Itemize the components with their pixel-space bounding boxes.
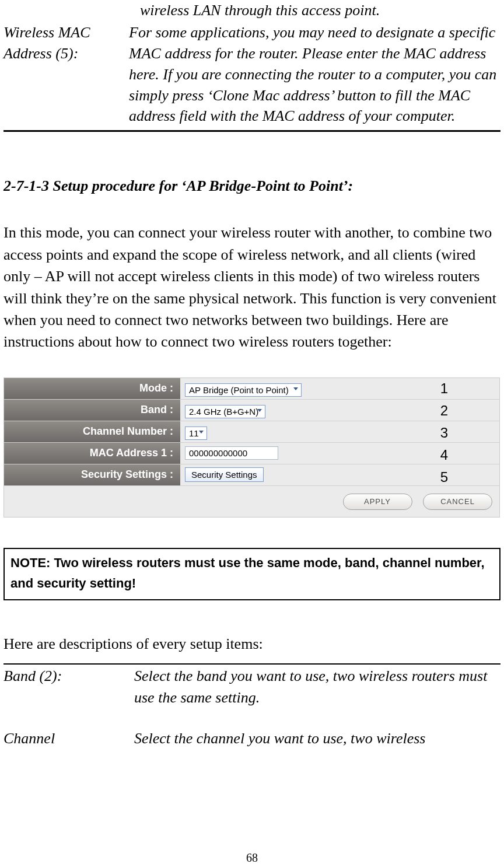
intro-paragraph: In this mode, you can connect your wirel… <box>4 222 501 353</box>
config-row-channel: Channel Number : <box>4 421 499 443</box>
config-row-mac1: MAC Address 1 : <box>4 443 499 464</box>
desc-band-label: Band (2): <box>4 666 134 708</box>
mac1-label: MAC Address 1 : <box>4 443 180 464</box>
wlan-fragment-text: wireless LAN through this access point. <box>140 0 501 21</box>
mac1-input[interactable] <box>185 446 278 460</box>
config-panel: Mode : Band : Channel Number : <box>4 377 500 518</box>
desc-channel-text: Select the channel you want to use, two … <box>134 728 425 749</box>
wireless-mac-description: For some applications, you may need to d… <box>129 22 501 127</box>
mode-label: Mode : <box>4 378 180 399</box>
action-row: APPLY CANCEL <box>4 486 499 517</box>
callout-column: 1 2 3 4 5 <box>440 380 448 485</box>
config-row-band: Band : <box>4 400 499 421</box>
config-row-security: Security Settings : Security Settings <box>4 464 499 486</box>
cancel-button[interactable]: CANCEL <box>423 494 492 510</box>
section-divider <box>4 130 501 132</box>
desc-channel-label: Channel <box>4 728 134 749</box>
callout-1: 1 <box>440 380 448 397</box>
descriptions-intro: Here are descriptions of every setup ite… <box>4 635 501 653</box>
config-row-mode: Mode : <box>4 378 499 400</box>
desc-band-text: Select the band you want to use, two wir… <box>134 666 501 708</box>
wireless-mac-row: Wireless MAC Address (5): For some appli… <box>4 22 501 127</box>
mode-select[interactable] <box>185 383 302 397</box>
channel-label: Channel Number : <box>4 421 180 442</box>
page-number: 68 <box>0 851 504 865</box>
band-select[interactable] <box>185 405 265 418</box>
apply-button[interactable]: APPLY <box>343 494 412 510</box>
band-label: Band : <box>4 400 180 421</box>
channel-select[interactable] <box>185 426 207 440</box>
desc-row-channel: Channel Select the channel you want to u… <box>4 728 501 749</box>
security-settings-button[interactable]: Security Settings <box>185 467 264 482</box>
callout-2: 2 <box>440 403 448 419</box>
note-box: NOTE: Two wireless routers must use the … <box>4 548 501 600</box>
descriptions-divider <box>4 663 501 665</box>
wireless-mac-label: Wireless MAC Address (5): <box>4 22 129 64</box>
callout-4: 4 <box>440 447 448 463</box>
callout-3: 3 <box>440 425 448 441</box>
section-title: 2-7-1-3 Setup procedure for ‘AP Bridge-P… <box>4 177 501 195</box>
desc-row-band: Band (2): Select the band you want to us… <box>4 666 501 708</box>
security-label: Security Settings : <box>4 464 180 485</box>
callout-5: 5 <box>440 469 448 485</box>
